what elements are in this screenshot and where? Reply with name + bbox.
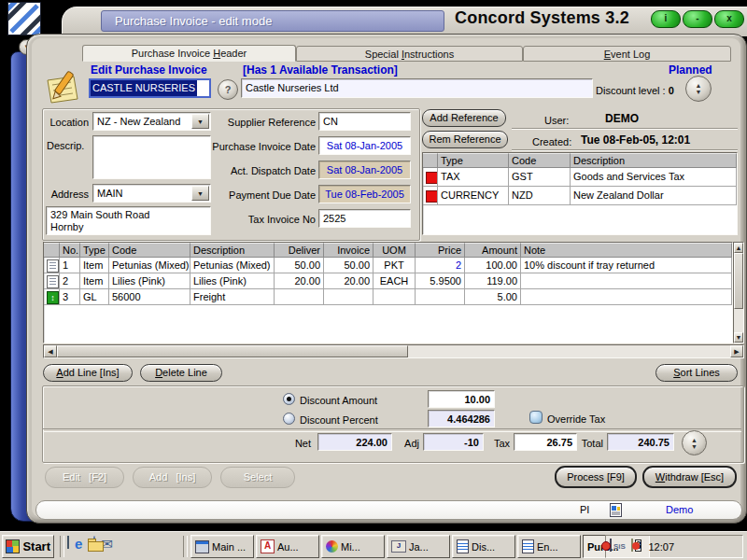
line-row[interactable]: 2ItemLilies (Pink)Lilies (Pink)20.0020.0… — [44, 273, 732, 289]
discount-amount-field[interactable]: 10.00 — [428, 390, 495, 408]
adj-field[interactable]: -10 — [423, 433, 484, 451]
line-row[interactable]: 1ItemPetunias (Mixed)Petunias (Mixed)50.… — [44, 258, 732, 273]
total-label: Total — [572, 436, 603, 451]
start-button[interactable]: Start — [2, 535, 54, 558]
supplier-reference-field[interactable]: CN — [318, 112, 411, 131]
lines-col-no: No. — [60, 243, 80, 258]
taskbar-task-en[interactable]: En... — [517, 535, 581, 558]
discount-percent-radio[interactable] — [283, 413, 295, 425]
taskbar-task-main[interactable]: Main ... — [190, 535, 254, 558]
line-invoice — [324, 289, 374, 305]
scroll-left-icon[interactable]: ◀ — [44, 345, 57, 357]
reference-row[interactable]: TAXGSTGoods and Services Tax — [423, 168, 737, 187]
discount-level-label: Discount level : 0 — [596, 83, 674, 98]
supplier-name-field[interactable]: Castle Nurseries Ltd — [241, 78, 593, 98]
divider — [512, 149, 738, 151]
tax-field[interactable]: 26.75 — [514, 433, 577, 451]
line-no: 3 — [60, 289, 80, 305]
total-field: 240.75 — [607, 433, 674, 451]
line-note — [521, 289, 732, 305]
supplier-reference-label: Supplier Reference — [213, 115, 316, 130]
close-button[interactable]: x — [714, 10, 744, 28]
discount-amount-radio[interactable] — [283, 393, 295, 405]
taskbar-task-dis[interactable]: Dis... — [452, 535, 515, 558]
address-dropdown[interactable]: MAIN ▼ — [92, 184, 211, 203]
address-textarea[interactable]: 329 Main South Road Hornby — [46, 206, 211, 235]
divider — [512, 128, 738, 130]
lines-table-rows: 1ItemPetunias (Mixed)Petunias (Mixed)50.… — [44, 258, 732, 305]
help-button[interactable]: ? — [218, 79, 238, 100]
add-reference-button[interactable]: Add Reference — [422, 109, 506, 127]
tab-special-instructions[interactable]: Special Instructions — [296, 46, 523, 62]
scheduler-icon[interactable] — [610, 539, 612, 553]
internet-explorer-icon[interactable]: e — [75, 537, 82, 552]
purchase-invoice-date-field[interactable]: Sat 08-Jan-2005 — [318, 136, 411, 155]
withdraw-button[interactable]: Withdraw [Esc] — [642, 466, 737, 488]
line-price — [416, 289, 465, 305]
start-label: Start — [22, 539, 50, 553]
lines-table-header: No. Type Code Description Deliver Invoic… — [44, 243, 732, 258]
delete-line-button[interactable]: Delete Line — [140, 364, 222, 382]
reference-col-code: Code — [509, 153, 571, 168]
chevron-down-icon[interactable]: ▼ — [191, 186, 209, 201]
reference-table: Type Code Description TAXGSTGoods and Se… — [422, 152, 738, 235]
created-value: Tue 08-Feb-05, 12:01 — [581, 133, 690, 147]
add-button[interactable]: Add [Ins] — [133, 467, 212, 488]
adj-label: Adj — [397, 436, 419, 451]
info-button[interactable]: i — [651, 10, 681, 28]
select-button[interactable]: Select — [220, 467, 295, 488]
override-tax-checkbox[interactable] — [529, 411, 543, 424]
taskbar-task-ja[interactable]: JJa... — [387, 535, 450, 558]
tax-label: Tax — [487, 436, 510, 451]
purchase-invoice-date-label: Purchase Invoice Date — [207, 139, 316, 154]
tax-invoice-no-field[interactable]: 2525 — [318, 209, 411, 228]
descrip-textarea[interactable] — [92, 135, 211, 179]
supplier-code-input[interactable]: CASTLE NURSERIES — [89, 78, 211, 98]
line-row[interactable]: ↕3GL56000Freight5.00 — [44, 289, 732, 305]
location-dropdown[interactable]: NZ - New Zealand ▼ — [92, 112, 211, 131]
line-code: Petunias (Mixed) — [109, 258, 190, 273]
line-note: 10% discount if tray returned — [521, 258, 732, 273]
note-line-icon — [47, 275, 59, 288]
scroll-up-icon[interactable]: ▲ — [734, 243, 743, 253]
line-invoice: 20.00 — [324, 273, 374, 289]
discount-percent-field[interactable]: 4.464286 — [428, 410, 495, 427]
line-amount: 119.00 — [465, 273, 521, 289]
scrollbar-thumb[interactable] — [57, 345, 408, 357]
rem-reference-button[interactable]: Rem Reference — [422, 131, 508, 148]
minimize-button[interactable]: - — [683, 10, 712, 28]
tab-event-log[interactable]: Event Log — [523, 46, 731, 62]
override-tax-label: Override Tax — [547, 412, 605, 427]
taskbar: Start e✉ Main ...AAu...Mi...JJa...Dis...… — [0, 531, 747, 560]
lines-horizontal-scrollbar[interactable]: ◀ ▶ — [43, 344, 744, 358]
taskbar-task-au[interactable]: AAu... — [256, 535, 319, 558]
line-amount: 100.00 — [465, 258, 521, 273]
act-dispatch-date-field[interactable]: Sat 08-Jan-2005 — [318, 161, 411, 179]
lines-vertical-scrollbar[interactable]: ▲ ▼ — [733, 242, 744, 343]
lines-col-type: Type — [80, 243, 109, 258]
window-title[interactable]: Purchase Invoice - edit mode — [101, 10, 444, 32]
tab-purchase-invoice-header[interactable]: Purchase Invoice Header — [82, 45, 296, 62]
user-value: DEMO — [605, 112, 639, 125]
scroll-right-icon[interactable]: ▶ — [730, 345, 743, 357]
lines-col-description: Description — [190, 243, 275, 258]
reference-row[interactable]: CURRENCYNZDNew Zealand Dollar — [423, 187, 737, 205]
totals-spinner[interactable]: ▲▼ — [682, 430, 707, 455]
sis-icon[interactable]: SiS — [613, 539, 626, 553]
taskbar-task-mi[interactable]: Mi... — [321, 535, 385, 558]
notepad-icon[interactable] — [67, 537, 69, 552]
payment-due-date-field[interactable]: Tue 08-Feb-2005 — [318, 185, 411, 203]
scroll-down-icon[interactable]: ▼ — [734, 332, 743, 343]
lines-col-amount: Amount — [465, 243, 521, 258]
add-line-button[interactable]: Add Line [Ins] — [43, 364, 133, 382]
line-no: 2 — [60, 273, 80, 289]
chevron-down-icon[interactable]: ▼ — [191, 114, 209, 129]
lines-col-code: Code — [109, 243, 190, 258]
scrollbar-thumb[interactable] — [734, 253, 743, 309]
edit-button[interactable]: Edit [F2] — [45, 467, 124, 488]
line-invoice: 50.00 — [324, 258, 374, 273]
line-type: GL — [80, 289, 109, 305]
discount-level-spinner[interactable]: ▲▼ — [685, 76, 712, 102]
process-button[interactable]: Process [F9] — [555, 466, 637, 488]
sort-lines-button[interactable]: Sort Lines — [655, 364, 738, 382]
